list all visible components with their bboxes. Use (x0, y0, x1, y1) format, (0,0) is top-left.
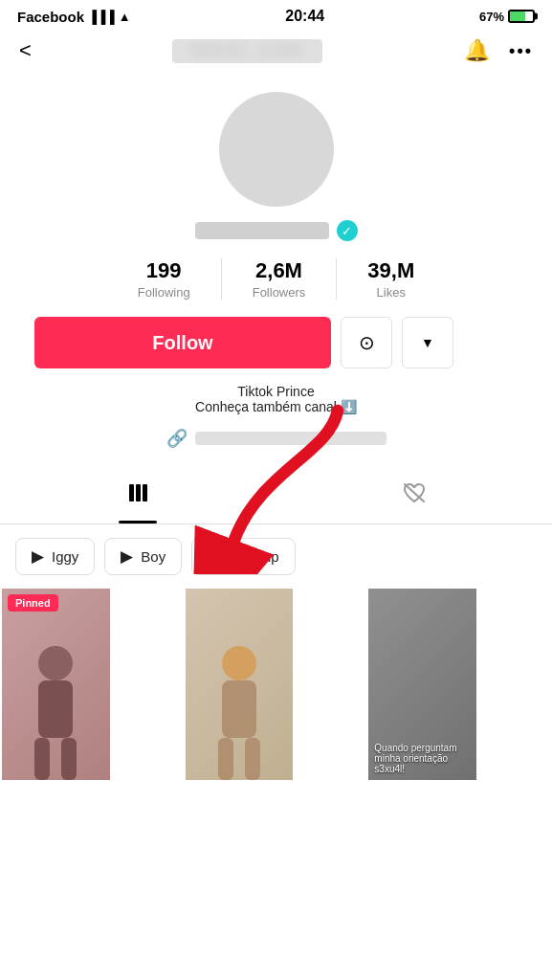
bio-line-1: Tiktok Prince (38, 384, 514, 399)
stat-followers[interactable]: 2,6M Followers (222, 258, 338, 300)
action-row: Follow ⊙ ▼ (19, 317, 533, 368)
profile-title-blurred: NIKKI_COR (172, 39, 322, 63)
likes-label: Likes (377, 285, 406, 300)
svg-rect-3 (143, 484, 147, 501)
chevron-down-icon: ▼ (421, 335, 434, 350)
signal-icon: ▐▐▐ (88, 10, 115, 24)
followers-label: Followers (253, 285, 306, 300)
top-nav: < NIKKI_COR 🔔 ••• (0, 29, 552, 73)
chip-iggy[interactable]: ▶ Iggy (15, 538, 95, 575)
likes-count: 39,M (367, 258, 414, 283)
nav-icons: 🔔 ••• (464, 38, 533, 63)
video-thumb-2[interactable] (186, 589, 294, 780)
stat-following[interactable]: 199 Following (107, 258, 222, 300)
following-label: Following (138, 285, 190, 300)
chip-boy[interactable]: ▶ Boy (104, 538, 182, 575)
svg-rect-11 (218, 738, 233, 780)
notification-bell-icon[interactable]: 🔔 (464, 38, 490, 63)
username-row: ✓ (195, 220, 358, 241)
svg-rect-1 (129, 484, 134, 501)
battery-icon (508, 10, 535, 23)
chip-label-makeup: Makeup (228, 548, 278, 565)
heart-crossed-icon (402, 481, 427, 510)
verified-badge: ✓ (337, 220, 358, 241)
bio-line-2: Conheça também canal ⬇️ (38, 399, 514, 414)
link-blurred[interactable] (195, 432, 386, 445)
more-actions-button[interactable]: ▼ (402, 317, 453, 368)
status-bar: Facebook ▐▐▐ ▲ 20:44 67% (0, 0, 552, 29)
bio-section: Tiktok Prince Conheça também canal ⬇️ (19, 384, 533, 414)
pinned-badge: Pinned (8, 594, 58, 612)
video-caption-3: Quando perguntam minha orientação s3xu4l… (374, 743, 471, 774)
chip-label-iggy: Iggy (52, 548, 78, 565)
video-thumb-1[interactable]: Pinned (2, 589, 110, 780)
play-icon: ▶ (32, 546, 44, 567)
username-blurred (195, 222, 329, 239)
tab-videos[interactable] (0, 468, 276, 523)
svg-rect-10 (222, 680, 256, 738)
username-title: NIKKI_COR (191, 41, 303, 60)
tabs-row (0, 468, 552, 524)
share-icon: ⊙ (359, 331, 375, 354)
svg-rect-7 (34, 738, 50, 780)
svg-rect-8 (61, 738, 77, 780)
stats-row: 199 Following 2,6M Followers 39,M Likes (19, 258, 533, 300)
followers-count: 2,6M (255, 258, 302, 283)
following-count: 199 (146, 258, 182, 283)
more-options-icon[interactable]: ••• (509, 41, 533, 61)
play-icon-2: ▶ (121, 546, 133, 567)
profile-section: ✓ 199 Following 2,6M Followers 39,M Like… (0, 73, 552, 455)
battery-percent: 67% (479, 10, 504, 24)
link-row: 🔗 (147, 422, 406, 455)
checkmark-icon: ✓ (342, 224, 352, 238)
chips-row: ▶ Iggy ▶ Boy ▶ Makeup (0, 524, 552, 589)
time-display: 20:44 (285, 8, 324, 25)
svg-rect-2 (136, 484, 141, 501)
chip-makeup[interactable]: ▶ Makeup (191, 538, 295, 575)
grid-icon (126, 481, 149, 510)
status-left: Facebook ▐▐▐ ▲ (17, 9, 131, 25)
svg-rect-12 (245, 738, 260, 780)
svg-point-5 (38, 646, 73, 680)
video-grid: Pinned Quando perguntam minha orientação… (0, 589, 552, 780)
tab-liked[interactable] (276, 468, 553, 523)
svg-point-9 (222, 646, 256, 680)
video-thumb-3[interactable]: Quando perguntam minha orientação s3xu4l… (368, 589, 476, 780)
avatar (219, 92, 334, 207)
follow-button[interactable]: Follow (34, 317, 331, 368)
status-right: 67% (479, 10, 535, 24)
stat-likes[interactable]: 39,M Likes (337, 258, 445, 300)
chip-label-boy: Boy (141, 548, 166, 565)
share-profile-button[interactable]: ⊙ (341, 317, 392, 368)
app-name: Facebook (17, 9, 84, 25)
battery-fill (510, 11, 525, 21)
play-icon-3: ▶ (208, 546, 220, 567)
back-button[interactable]: < (19, 38, 32, 63)
link-icon: 🔗 (166, 428, 188, 449)
svg-rect-6 (38, 680, 73, 738)
wifi-icon: ▲ (119, 10, 131, 24)
